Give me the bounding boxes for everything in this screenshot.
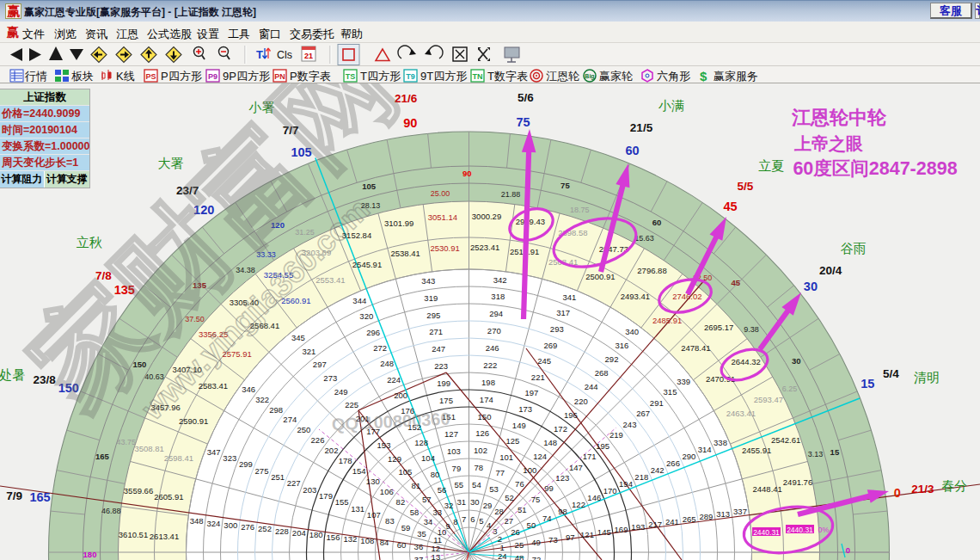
svg-text:上帝之眼: 上帝之眼 [793,134,863,153]
svg-text:245: 245 [537,356,551,366]
svg-text:31: 31 [457,497,467,507]
svg-text:2545.91: 2545.91 [352,260,382,269]
svg-text:275: 275 [255,466,269,476]
svg-text:$: $ [700,69,707,83]
svg-text:97: 97 [566,532,575,542]
svg-text:227: 227 [287,478,301,488]
svg-text:121: 121 [580,530,594,539]
svg-text:171: 171 [583,452,597,461]
svg-text:34: 34 [424,517,433,526]
svg-text:248: 248 [380,359,394,368]
svg-text:338: 338 [714,438,727,447]
svg-text:3101.99: 3101.99 [384,218,413,228]
svg-text:2: 2 [498,534,502,544]
svg-text:180: 180 [83,550,97,559]
svg-text:P9: P9 [208,72,217,81]
svg-text:194: 194 [619,479,633,489]
svg-text:347: 347 [207,447,221,457]
svg-text:344: 344 [352,296,366,305]
svg-text:81: 81 [412,481,421,490]
svg-text:29: 29 [483,501,493,510]
svg-text:6: 6 [470,514,475,524]
svg-text:25.00: 25.00 [431,189,450,198]
svg-text:105: 105 [362,182,377,191]
svg-text:126: 126 [475,428,489,438]
svg-text:267: 267 [636,409,650,418]
svg-text:PS: PS [145,72,156,81]
svg-text:52: 52 [505,493,514,502]
svg-text:5/5: 5/5 [738,180,754,193]
svg-text:56: 56 [438,485,447,495]
svg-text:90: 90 [462,169,472,178]
svg-text:127: 127 [444,429,458,439]
svg-text:99: 99 [544,483,554,493]
svg-text:50: 50 [527,520,536,530]
svg-text:5/4: 5/4 [883,367,899,380]
svg-text:272: 272 [373,343,387,353]
svg-text:129: 129 [388,454,401,464]
svg-text:290: 290 [682,452,695,461]
svg-text:291: 291 [650,398,664,408]
svg-text:250: 250 [297,425,310,434]
svg-text:82: 82 [396,497,406,507]
svg-text:赢家服务: 赢家服务 [714,70,758,83]
svg-text:101: 101 [499,452,513,462]
svg-text:37: 37 [414,555,424,560]
svg-text:72: 72 [532,555,542,560]
svg-text:0: 0 [894,486,901,500]
svg-text:316: 316 [615,341,628,350]
svg-text:75: 75 [531,495,541,504]
svg-text:219: 219 [609,430,623,440]
svg-text:175: 175 [439,396,453,405]
svg-text:35: 35 [417,529,426,538]
svg-text:295: 295 [426,311,440,320]
svg-text:15: 15 [861,377,874,391]
svg-text:147: 147 [569,463,583,472]
svg-text:49: 49 [531,538,541,547]
svg-text:249: 249 [334,387,348,397]
svg-text:2590.91: 2590.91 [179,416,208,426]
svg-text:242: 242 [651,465,665,475]
svg-text:148: 148 [543,438,557,447]
svg-text:297: 297 [313,360,327,369]
svg-text:4: 4 [487,520,491,530]
svg-text:3051.14: 3051.14 [428,212,457,222]
svg-text:128: 128 [414,438,428,447]
svg-text:340: 340 [625,327,639,336]
svg-text:198: 198 [481,378,495,387]
svg-text:43.75: 43.75 [117,438,137,446]
svg-text:21/5: 21/5 [630,121,653,134]
svg-text:春分: 春分 [941,478,967,493]
svg-text:251: 251 [271,472,285,482]
svg-text:146: 146 [587,493,601,502]
svg-text:252: 252 [258,524,272,533]
svg-text:105: 105 [398,467,412,477]
svg-text:30: 30 [792,356,801,366]
svg-text:小满: 小满 [658,98,684,113]
svg-text:193: 193 [631,522,645,532]
svg-text:346: 346 [242,385,255,394]
svg-text:314: 314 [698,445,712,454]
svg-text:75: 75 [516,115,530,129]
svg-text:244: 244 [585,382,598,391]
svg-text:2593.47: 2593.47 [754,395,783,404]
svg-text:241: 241 [665,517,679,526]
svg-text:TS: TS [346,72,356,81]
svg-text:立秋: 立秋 [77,235,102,249]
svg-text:2598.41: 2598.41 [164,453,193,463]
svg-text:60度区间2847-2898: 60度区间2847-2898 [793,158,957,179]
svg-text:2523.41: 2523.41 [470,243,499,252]
svg-text:98: 98 [558,507,567,516]
svg-text:2796.88: 2796.88 [637,266,666,275]
svg-text:77: 77 [496,468,505,477]
svg-text:348: 348 [190,516,204,526]
svg-text:150: 150 [478,412,492,422]
svg-text:2440.31: 2440.31 [787,526,813,534]
svg-text:76: 76 [515,479,524,489]
svg-text:2478.41: 2478.41 [681,343,710,353]
svg-text:218: 218 [634,472,648,482]
svg-text:5/6: 5/6 [518,91,534,104]
svg-text:169: 169 [615,525,628,534]
svg-text:P数字表: P数字表 [290,70,331,83]
svg-text:273: 273 [323,373,337,383]
